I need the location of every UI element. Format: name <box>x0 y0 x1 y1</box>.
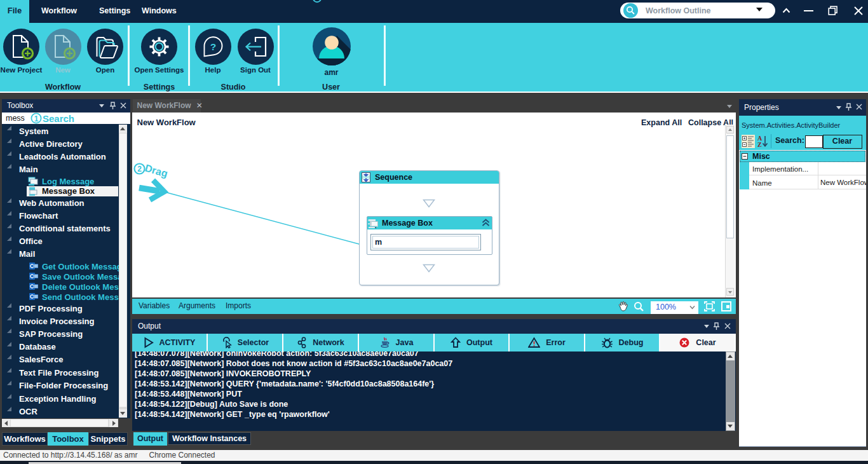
svg-text:2: 2 <box>137 165 142 174</box>
svg-text:1: 1 <box>34 114 39 123</box>
svg-text:Z: Z <box>757 141 762 148</box>
svg-text:Drag: Drag <box>144 163 169 179</box>
svg-text:?: ? <box>210 41 215 52</box>
